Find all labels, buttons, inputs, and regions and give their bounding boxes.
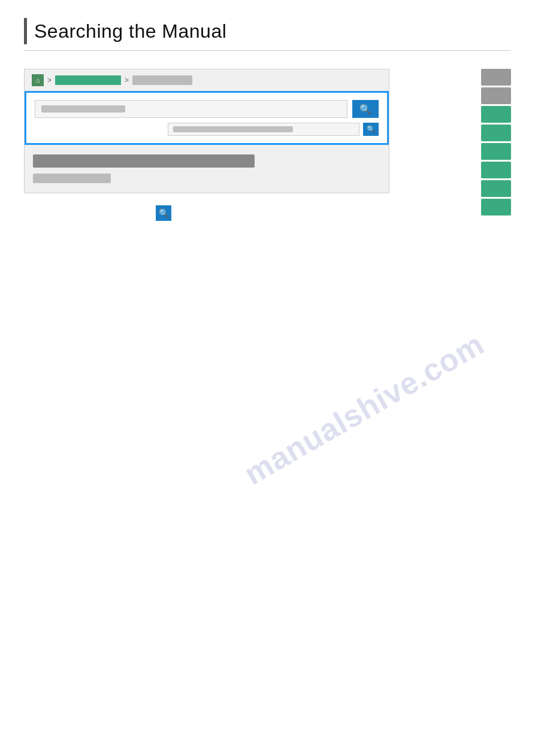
sidebar-tab-1[interactable]: [481, 69, 511, 86]
diagram-area: ⌂ > > 🔍: [24, 69, 469, 221]
home-icon: ⌂: [36, 77, 40, 84]
search-button[interactable]: 🔍: [352, 100, 379, 118]
content-bar-light: [33, 174, 111, 183]
sidebar-tab-2[interactable]: [481, 87, 511, 104]
search-secondary-button[interactable]: 🔍: [363, 123, 379, 136]
sidebar-tab-5[interactable]: [481, 143, 511, 160]
sidebar-tabs: [481, 69, 511, 221]
small-search-icon: 🔍: [159, 208, 169, 218]
breadcrumb-arrow-1: >: [47, 76, 52, 84]
content-placeholder-area: [25, 145, 389, 193]
sidebar-tab-4[interactable]: [481, 125, 511, 141]
search-box-container: 🔍 🔍: [25, 91, 389, 145]
search-secondary-placeholder-text: [173, 126, 293, 132]
small-search-icon-area[interactable]: 🔍: [156, 205, 171, 221]
search-row-secondary: 🔍: [35, 123, 379, 136]
search-input-placeholder-text: [41, 105, 125, 113]
search-input[interactable]: [35, 100, 347, 118]
content-bar-dark: [33, 154, 255, 168]
search-secondary-icon: 🔍: [367, 125, 376, 133]
sidebar-tab-6[interactable]: [481, 162, 511, 178]
browser-addressbar: ⌂ > >: [25, 69, 389, 91]
breadcrumb-segment-2: [132, 75, 192, 85]
breadcrumb-segment-1: [55, 75, 121, 85]
sidebar-tab-8[interactable]: [481, 199, 511, 215]
home-icon-box: ⌂: [32, 74, 44, 86]
title-accent-bar: [24, 18, 27, 44]
page-container: Searching the Manual ⌂ > >: [0, 0, 535, 756]
search-secondary-input[interactable]: [168, 123, 359, 136]
title-section: Searching the Manual: [24, 18, 511, 51]
search-icon: 🔍: [359, 104, 371, 115]
main-content: ⌂ > > 🔍: [24, 69, 511, 221]
sidebar-tab-7[interactable]: [481, 180, 511, 197]
browser-mockup: ⌂ > > 🔍: [24, 69, 389, 193]
watermark: manualshive.com: [238, 326, 490, 492]
breadcrumb-arrow-2: >: [125, 76, 129, 84]
page-title: Searching the Manual: [34, 20, 226, 42]
search-row-main: 🔍: [35, 100, 379, 118]
sidebar-tab-3[interactable]: [481, 106, 511, 123]
